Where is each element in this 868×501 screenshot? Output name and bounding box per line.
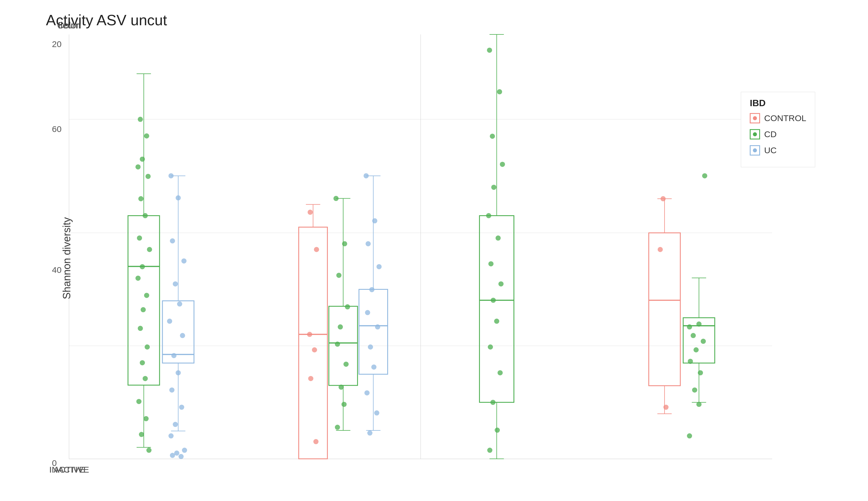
legend-box-cd: [750, 129, 760, 139]
svg-point-120: [497, 370, 502, 375]
plot-svg: [69, 34, 772, 459]
svg-point-123: [487, 448, 492, 453]
svg-point-78: [338, 324, 343, 329]
svg-point-121: [490, 400, 495, 405]
y-tick-40: 40: [52, 265, 61, 275]
svg-point-96: [375, 324, 380, 329]
svg-point-74: [334, 196, 339, 201]
svg-point-19: [147, 247, 152, 252]
svg-point-14: [136, 164, 141, 170]
svg-point-23: [141, 307, 146, 312]
svg-point-51: [169, 433, 174, 438]
legend-label-control: CONTROL: [764, 113, 806, 123]
svg-point-15: [146, 174, 151, 179]
svg-point-24: [138, 326, 143, 331]
legend-item-control: CONTROL: [750, 113, 806, 124]
svg-point-63: [314, 247, 319, 252]
svg-point-110: [490, 134, 495, 139]
svg-point-65: [312, 347, 317, 352]
svg-point-30: [139, 432, 144, 437]
svg-point-109: [497, 89, 502, 94]
legend-label-uc: UC: [764, 146, 776, 155]
svg-rect-5: [128, 216, 160, 385]
svg-point-13: [140, 157, 145, 162]
svg-point-47: [176, 370, 181, 375]
svg-point-50: [173, 422, 178, 427]
svg-point-39: [176, 195, 181, 201]
y-tick-20: 20: [52, 39, 61, 49]
svg-point-18: [137, 236, 142, 241]
svg-point-113: [486, 213, 491, 218]
svg-point-48: [169, 387, 174, 393]
svg-rect-102: [479, 216, 514, 403]
chart-container: Activity ASV uncut Shannon diversity: [0, 0, 868, 501]
svg-point-29: [144, 416, 149, 421]
legend-dot-cd: [753, 132, 757, 136]
svg-point-112: [491, 185, 496, 190]
svg-point-132: [663, 405, 668, 410]
panel-label-ileum: Ileum: [58, 20, 81, 31]
svg-point-91: [372, 218, 378, 224]
svg-point-131: [658, 247, 663, 252]
svg-point-98: [371, 364, 377, 370]
svg-point-75: [342, 241, 347, 246]
legend-box-uc: [750, 145, 760, 156]
svg-point-26: [140, 360, 145, 365]
svg-point-40: [170, 238, 175, 244]
svg-point-111: [500, 162, 505, 167]
svg-point-45: [180, 333, 185, 338]
svg-point-64: [307, 332, 312, 337]
svg-point-114: [495, 236, 500, 241]
svg-point-108: [487, 47, 492, 53]
y-tick-60: 60: [52, 124, 61, 134]
svg-rect-124: [649, 233, 680, 386]
legend-box-control: [750, 113, 760, 124]
svg-point-28: [136, 399, 141, 404]
svg-point-62: [308, 210, 313, 215]
legend-dot-uc: [753, 148, 757, 152]
svg-point-140: [696, 321, 701, 327]
svg-point-97: [368, 344, 373, 350]
svg-point-38: [169, 173, 174, 179]
svg-point-117: [490, 298, 496, 303]
svg-point-115: [488, 261, 494, 266]
svg-point-147: [696, 402, 701, 407]
svg-point-31: [146, 448, 151, 453]
svg-point-22: [144, 293, 149, 298]
svg-point-146: [692, 387, 697, 393]
chart-area: Shannon diversity: [46, 34, 821, 482]
svg-point-118: [494, 319, 499, 324]
svg-point-130: [660, 196, 666, 201]
svg-point-94: [369, 287, 374, 292]
svg-point-55: [179, 454, 184, 459]
svg-point-20: [140, 264, 145, 269]
svg-rect-56: [299, 227, 328, 459]
svg-point-145: [698, 370, 703, 375]
svg-rect-32: [162, 301, 194, 363]
svg-point-141: [691, 333, 696, 338]
svg-point-81: [339, 384, 344, 390]
svg-point-43: [177, 301, 182, 307]
svg-point-90: [364, 173, 369, 179]
chart-title: Activity ASV uncut: [46, 11, 851, 29]
svg-point-77: [345, 304, 350, 309]
svg-point-80: [343, 362, 349, 367]
plot-area: 0 20 40 60 Colon Ileum ACTIVE INACTIVE A…: [69, 34, 772, 459]
legend-item-cd: CD: [750, 129, 806, 139]
svg-point-25: [145, 344, 150, 350]
svg-rect-84: [359, 289, 388, 374]
svg-point-11: [138, 117, 143, 122]
legend-dot-control: [753, 116, 757, 120]
svg-point-66: [308, 376, 314, 381]
svg-point-139: [687, 324, 692, 329]
x-tick-ileum-inactive: INACTIVE: [49, 465, 89, 475]
svg-point-82: [341, 402, 347, 407]
svg-point-143: [694, 347, 699, 352]
svg-point-83: [335, 425, 340, 430]
svg-point-44: [167, 319, 172, 324]
svg-point-149: [702, 173, 707, 179]
svg-point-116: [498, 281, 504, 286]
svg-point-21: [136, 276, 141, 281]
svg-point-52: [182, 448, 187, 453]
svg-point-27: [142, 376, 148, 381]
